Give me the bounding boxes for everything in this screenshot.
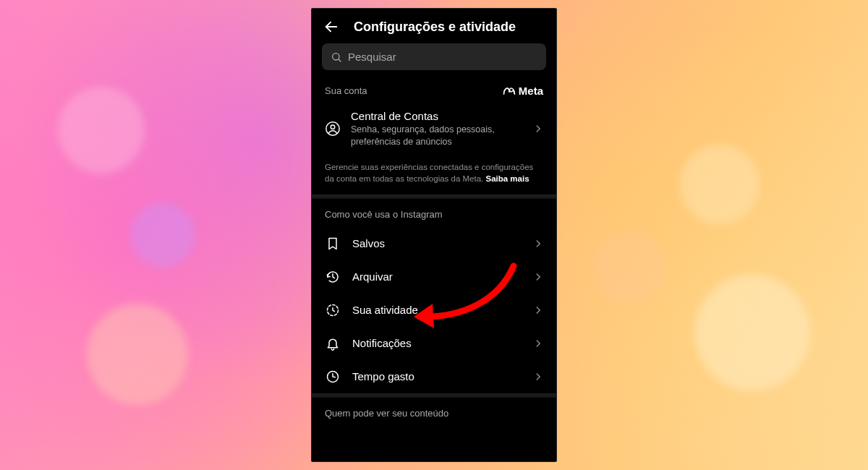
chevron-right-icon <box>533 272 543 282</box>
header: Configurações e atividade <box>312 9 556 43</box>
chevron-right-icon <box>533 239 543 249</box>
user-circle-icon <box>325 121 341 137</box>
usage-section-title: Como você usa o Instagram <box>312 199 556 227</box>
accounts-center-subtitle: Senha, segurança, dados pessoais, prefer… <box>351 124 523 148</box>
account-section-header: Sua conta Meta <box>312 80 556 104</box>
archive-icon <box>325 269 341 285</box>
menu-label: Sua atividade <box>352 304 522 316</box>
chevron-right-icon <box>533 124 543 134</box>
menu-label: Arquivar <box>352 270 522 283</box>
menu-label: Tempo gasto <box>352 370 522 383</box>
accounts-center-title: Central de Contas <box>351 110 523 122</box>
menu-label: Salvos <box>352 237 522 249</box>
search-input[interactable]: Pesquisar <box>322 43 546 70</box>
bell-icon <box>325 336 341 351</box>
learn-more-link[interactable]: Saiba mais <box>485 174 529 183</box>
menu-item-time-spent[interactable]: Tempo gasto <box>312 360 556 393</box>
menu-item-activity[interactable]: Sua atividade <box>312 294 556 327</box>
svg-point-4 <box>331 125 335 129</box>
meta-brand: Meta <box>503 85 543 97</box>
page-title: Configurações e atividade <box>354 20 516 35</box>
chevron-right-icon <box>533 372 543 382</box>
menu-label: Notificações <box>352 337 522 349</box>
menu-item-archive[interactable]: Arquivar <box>312 260 556 294</box>
settings-screen: Configurações e atividade Pesquisar Sua … <box>311 8 557 462</box>
svg-line-2 <box>339 59 341 61</box>
menu-item-saved[interactable]: Salvos <box>312 227 556 260</box>
bookmark-icon <box>325 236 341 252</box>
visibility-section-title: Quem pode ver seu conteúdo <box>312 398 556 426</box>
chevron-right-icon <box>533 305 543 315</box>
search-icon <box>331 51 342 63</box>
account-section-label: Sua conta <box>325 85 367 96</box>
accounts-center-description: Gerencie suas experiências conectadas e … <box>312 158 556 195</box>
menu-item-notifications[interactable]: Notificações <box>312 327 556 360</box>
search-placeholder: Pesquisar <box>348 51 396 63</box>
accounts-center-row[interactable]: Central de Contas Senha, segurança, dado… <box>312 104 556 158</box>
clock-icon <box>325 369 341 385</box>
meta-icon <box>503 87 516 95</box>
back-button[interactable] <box>323 19 339 35</box>
arrow-left-icon <box>323 19 339 35</box>
chevron-right-icon <box>533 338 543 349</box>
activity-icon <box>325 302 341 318</box>
